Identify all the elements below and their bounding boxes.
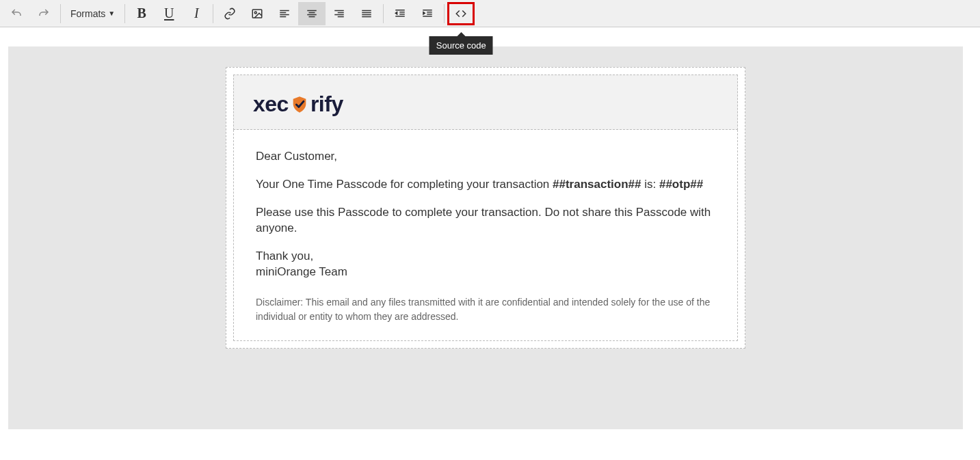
align-right-icon [333, 8, 345, 20]
editor-toolbar: Formats ▼ B U I [0, 0, 980, 27]
italic-button[interactable]: I [183, 2, 210, 25]
svg-point-1 [255, 12, 257, 14]
indent-button[interactable] [414, 2, 441, 25]
link-button[interactable] [216, 2, 243, 25]
caret-down-icon: ▼ [108, 10, 115, 17]
logo-text-left: xec [253, 92, 289, 117]
align-right-button[interactable] [326, 2, 353, 25]
undo-icon [10, 8, 23, 20]
email-thanks-1: Thank you, [256, 249, 715, 265]
code-icon [455, 8, 467, 20]
bold-button[interactable]: B [128, 2, 155, 25]
email-header: xec rify [233, 75, 738, 130]
editor-canvas[interactable]: xec rify Dear Customer, Your One Time Pa… [0, 27, 980, 443]
email-body[interactable]: Dear Customer, Your One Time Passcode fo… [233, 130, 738, 341]
italic-icon: I [194, 5, 199, 21]
align-justify-icon [360, 8, 373, 20]
align-justify-button[interactable] [353, 2, 380, 25]
toolbar-separator [383, 4, 384, 23]
shield-icon [290, 95, 309, 114]
image-button[interactable] [243, 2, 271, 25]
link-icon [224, 8, 236, 20]
email-thanks-2: miniOrange Team [256, 265, 715, 280]
logo-text-right: rify [310, 92, 343, 117]
email-template-container: xec rify Dear Customer, Your One Time Pa… [226, 67, 745, 349]
toolbar-separator [124, 4, 125, 23]
toolbar-separator [213, 4, 213, 23]
toolbar-separator [60, 4, 61, 23]
align-left-icon [278, 8, 291, 20]
outdent-button[interactable] [386, 2, 414, 25]
indent-icon [421, 8, 434, 20]
source-code-tooltip: Source code [429, 36, 493, 55]
undo-button[interactable] [3, 2, 30, 25]
toolbar-separator [444, 4, 445, 23]
align-center-icon [306, 8, 318, 20]
outdent-icon [394, 8, 406, 20]
email-warning-line: Please use this Passcode to complete you… [256, 205, 715, 236]
formats-label: Formats [70, 8, 105, 19]
align-left-button[interactable] [271, 2, 298, 25]
email-greeting: Dear Customer, [256, 149, 715, 165]
underline-button[interactable]: U [155, 2, 183, 25]
bold-icon: B [137, 5, 146, 21]
email-disclaimer: Disclaimer: This email and any files tra… [256, 295, 715, 324]
email-passcode-line: Your One Time Passcode for completing yo… [256, 177, 715, 193]
underline-icon: U [164, 5, 174, 21]
redo-button[interactable] [30, 2, 57, 25]
image-icon [251, 8, 263, 20]
source-code-button[interactable]: Source code [447, 2, 475, 25]
redo-icon [38, 8, 50, 20]
align-center-button[interactable] [298, 2, 326, 25]
formats-dropdown[interactable]: Formats ▼ [64, 2, 122, 25]
page-background: xec rify Dear Customer, Your One Time Pa… [8, 46, 963, 429]
xecurify-logo: xec rify [253, 92, 718, 117]
